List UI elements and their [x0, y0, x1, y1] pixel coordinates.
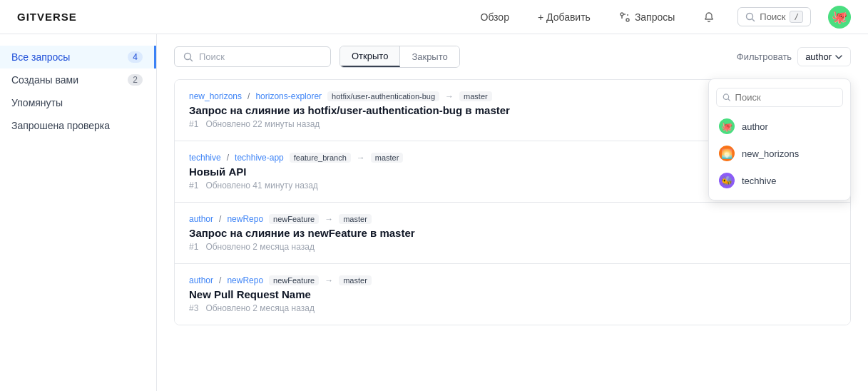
- filter-label: Фильтровать: [737, 51, 792, 62]
- pr-title-3[interactable]: Запрос на слияние из newFeature в master: [189, 227, 836, 239]
- search-icon: [183, 52, 193, 62]
- topnav: GITVERSE Обзор + Добавить Запросы Поиск …: [0, 0, 868, 34]
- pr-repo-owner-3[interactable]: author: [189, 214, 213, 224]
- filter-value-button[interactable]: author: [797, 47, 851, 66]
- nav-notifications[interactable]: [698, 9, 720, 26]
- pr-meta-3: author / newRepo newFeature → master: [189, 214, 836, 224]
- pr-to-branch-4: master: [339, 275, 372, 285]
- sidebar-item-all-requests[interactable]: Все запросы 4: [0, 46, 156, 68]
- pr-arrow-1: →: [445, 91, 454, 101]
- avatar-techhive: 🐝: [719, 173, 735, 188]
- pr-search[interactable]: Поиск: [174, 46, 331, 67]
- avatar-author: 🐙: [719, 118, 735, 134]
- svg-point-1: [626, 19, 629, 21]
- filter-area: Фильтровать author: [737, 47, 851, 66]
- bell-icon: [703, 11, 715, 23]
- pr-from-branch-4: newFeature: [269, 275, 319, 285]
- pr-arrow-4: →: [325, 275, 333, 285]
- sidebar-item-created-by-me[interactable]: Созданы вами 2: [0, 68, 156, 91]
- sidebar-item-mentioned[interactable]: Упомянуты: [0, 91, 156, 114]
- search-shortcut: /: [790, 11, 803, 23]
- pr-arrow-2: →: [357, 153, 365, 163]
- dropdown-search-input[interactable]: [735, 92, 837, 103]
- filter-value-text: author: [805, 51, 832, 62]
- svg-point-3: [185, 53, 191, 59]
- search-icon: [745, 12, 755, 22]
- pr-repo-owner-1[interactable]: new_horizons: [189, 91, 242, 101]
- pr-from-branch-1: hotfix/user-authentication-bug: [327, 91, 439, 101]
- svg-point-2: [747, 13, 753, 19]
- dropdown-item-author[interactable]: 🐙 author: [709, 113, 850, 140]
- filter-wrapper: author: [797, 47, 851, 66]
- toolbar: Поиск Открыто Закрыто Фильтровать author: [174, 46, 851, 68]
- pr-from-branch-3: newFeature: [269, 214, 319, 224]
- pr-arrow-3: →: [325, 214, 333, 224]
- dropdown-search-icon: [723, 93, 731, 102]
- pr-to-branch-1: master: [459, 91, 492, 101]
- pr-to-branch-2: master: [371, 153, 404, 163]
- brand-logo: GITVERSE: [17, 11, 77, 23]
- chevron-down-icon: [834, 53, 843, 61]
- nav-overview[interactable]: Обзор: [475, 9, 515, 26]
- table-row: author / newRepo newFeature → master New…: [175, 264, 850, 325]
- pr-title-4[interactable]: New Pull Request Name: [189, 288, 836, 300]
- dropdown-item-new-horizons[interactable]: 🌅 new_horizons: [709, 140, 850, 167]
- pr-sub-3: #1 Обновлено 2 месяца назад: [189, 242, 836, 252]
- search-label: Поиск: [760, 11, 785, 22]
- main-content: Поиск Открыто Закрыто Фильтровать author: [157, 34, 868, 391]
- user-avatar[interactable]: 🐙: [828, 6, 851, 29]
- author-dropdown: 🐙 author 🌅 new_horizons 🐝 techhive: [708, 78, 851, 200]
- avatar-new-horizons: 🌅: [719, 146, 735, 161]
- pr-sub-4: #3 Обновлено 2 месяца назад: [189, 303, 836, 313]
- pr-meta-4: author / newRepo newFeature → master: [189, 275, 836, 285]
- pr-repo-owner-4[interactable]: author: [189, 275, 213, 285]
- pr-repo-name-3[interactable]: newRepo: [227, 214, 263, 224]
- pr-repo-name-4[interactable]: newRepo: [227, 275, 263, 285]
- filter-open-btn[interactable]: Открыто: [340, 46, 400, 67]
- pr-repo-name-2[interactable]: techhive-app: [235, 153, 284, 163]
- nav-add[interactable]: + Добавить: [532, 9, 596, 26]
- page-layout: Все запросы 4 Созданы вами 2 Упомянуты З…: [0, 34, 868, 391]
- status-filter: Открыто Закрыто: [339, 46, 460, 68]
- pr-repo-name-1[interactable]: horizons-explorer: [255, 91, 322, 101]
- pr-repo-owner-2[interactable]: techhive: [189, 153, 221, 163]
- pull-request-icon: [619, 11, 630, 23]
- dropdown-item-techhive[interactable]: 🐝 techhive: [709, 167, 850, 194]
- sidebar-item-review-requested[interactable]: Запрошена проверка: [0, 114, 156, 137]
- pr-to-branch-3: master: [339, 214, 372, 224]
- filter-closed-btn[interactable]: Закрыто: [400, 46, 459, 67]
- svg-point-4: [723, 94, 728, 99]
- dropdown-search[interactable]: [716, 88, 843, 107]
- global-search[interactable]: Поиск /: [737, 7, 811, 26]
- table-row: author / newRepo newFeature → master Зап…: [175, 203, 850, 264]
- svg-point-0: [621, 13, 623, 16]
- sidebar: Все запросы 4 Созданы вами 2 Упомянуты З…: [0, 34, 157, 391]
- pr-from-branch-2: feature_branch: [290, 153, 351, 163]
- nav-requests[interactable]: Запросы: [613, 9, 680, 26]
